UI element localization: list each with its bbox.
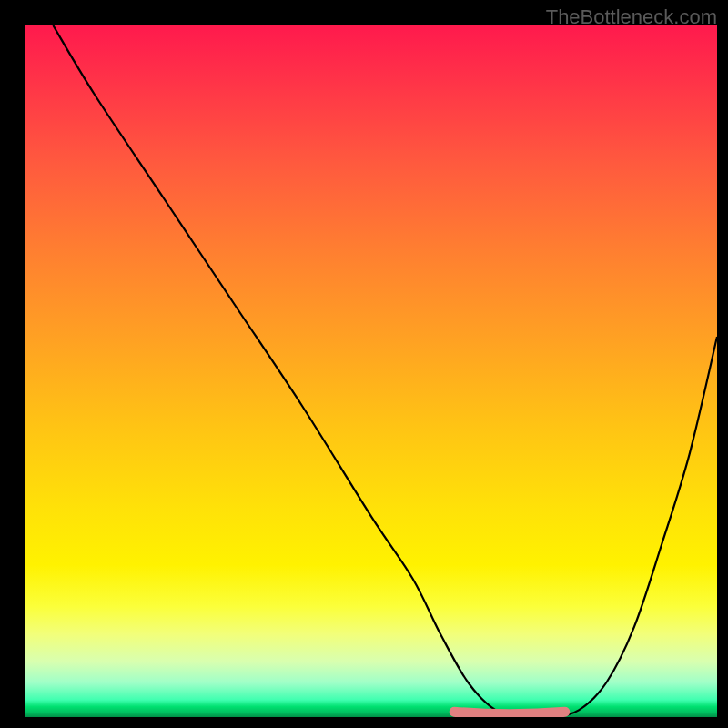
bottleneck-curve-path — [53, 25, 717, 717]
chart-svg — [25, 25, 717, 717]
chart-plot-area — [25, 25, 717, 717]
optimal-zone-marker — [454, 712, 565, 714]
watermark-text: TheBottleneck.com — [546, 5, 717, 29]
